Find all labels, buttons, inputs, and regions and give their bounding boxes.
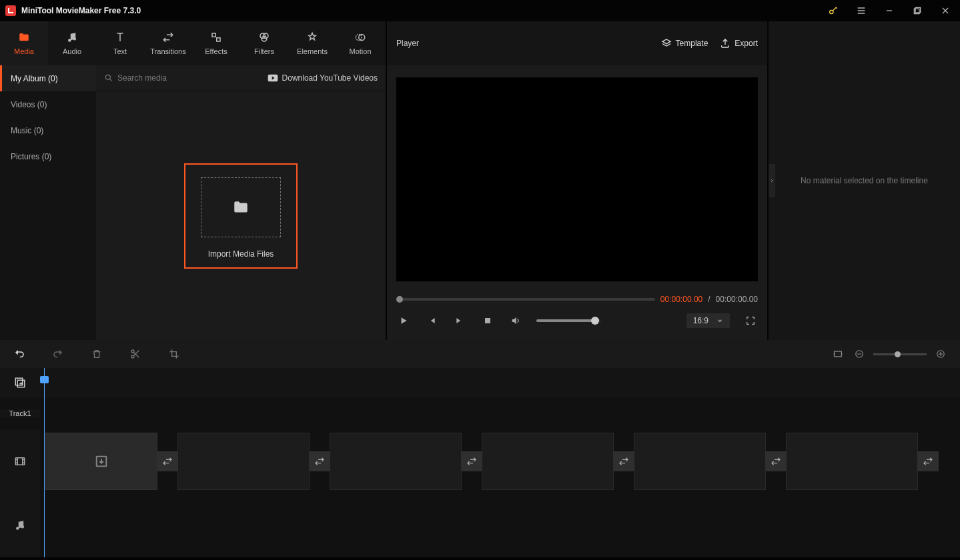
svg-rect-34	[15, 458, 25, 465]
zoom-thumb[interactable]	[895, 351, 901, 357]
zoom-slider[interactable]	[873, 353, 927, 355]
player-header: Player Template Export	[387, 21, 767, 65]
play-button[interactable]	[396, 313, 411, 328]
stop-button[interactable]	[480, 313, 495, 328]
maximize-button[interactable]	[908, 1, 927, 20]
ribbon-tab-motion[interactable]: Motion	[336, 21, 384, 65]
svg-point-42	[16, 527, 19, 530]
audio-track-icon[interactable]	[0, 493, 40, 557]
transitions-icon	[162, 31, 174, 43]
sidebar-item-music[interactable]: Music (0)	[0, 117, 96, 143]
crop-button[interactable]	[167, 347, 181, 361]
template-label: Template	[676, 39, 708, 48]
export-button[interactable]: Export	[720, 38, 758, 49]
svg-line-19	[109, 79, 111, 81]
transition-slot[interactable]	[613, 451, 634, 471]
sidebar-item-pictures[interactable]: Pictures (0)	[0, 143, 96, 169]
seek-thumb[interactable]	[396, 296, 403, 303]
aspect-ratio-select[interactable]: 16:9	[686, 313, 730, 328]
import-media-button[interactable]: Import Media Files	[184, 163, 298, 269]
video-track	[0, 429, 960, 493]
split-button[interactable]	[128, 347, 143, 361]
sidebar-item-my-album[interactable]: My Album (0)	[0, 65, 96, 91]
download-youtube-link[interactable]: Download YouTube Videos	[268, 73, 378, 83]
close-button[interactable]	[936, 1, 955, 20]
auto-fit-button[interactable]	[831, 347, 845, 361]
transition-slot[interactable]	[309, 451, 330, 471]
svg-rect-6	[914, 9, 919, 14]
timeline-slot[interactable]	[177, 433, 310, 490]
add-track-button[interactable]	[0, 368, 40, 397]
timeline-slot[interactable]	[330, 433, 462, 490]
volume-button[interactable]	[508, 313, 523, 328]
ribbon-tab-label: Audio	[63, 47, 81, 55]
player-title: Player	[396, 39, 419, 48]
transition-slot[interactable]	[157, 451, 178, 471]
svg-point-9	[68, 39, 71, 42]
ribbon-tab-filters[interactable]: Filters	[240, 21, 288, 65]
ribbon-tab-media[interactable]: Media	[0, 21, 48, 65]
time-total: 00:00:00.00	[716, 295, 758, 304]
ribbon-tab-audio[interactable]: Audio	[48, 21, 96, 65]
timeline-slot[interactable]	[786, 433, 918, 490]
download-clip-icon	[94, 454, 109, 469]
transition-slot[interactable]	[917, 451, 939, 471]
ribbon-tab-label: Elements	[297, 47, 328, 55]
svg-point-10	[73, 37, 77, 41]
app-logo-icon	[5, 5, 16, 16]
ribbon-tab-effects[interactable]: Effects	[192, 21, 240, 65]
fullscreen-button[interactable]	[743, 313, 758, 328]
aspect-ratio-value: 16:9	[693, 316, 708, 325]
import-media-label: Import Media Files	[208, 249, 274, 259]
timeline-slot[interactable]	[634, 433, 766, 490]
license-key-icon[interactable]	[824, 1, 843, 20]
youtube-icon	[268, 74, 278, 82]
track-label: Track1	[0, 409, 40, 417]
panel-collapse-handle[interactable]	[769, 164, 775, 197]
svg-point-0	[830, 10, 833, 13]
playhead[interactable]	[44, 368, 45, 557]
transition-slot[interactable]	[765, 451, 787, 471]
media-content: Import Media Files	[96, 91, 386, 340]
video-track-content[interactable]	[40, 429, 960, 493]
hamburger-menu-icon[interactable]	[852, 1, 871, 20]
video-preview[interactable]	[396, 77, 758, 281]
ribbon-tab-text[interactable]: Text	[96, 21, 144, 65]
prev-frame-button[interactable]	[424, 313, 439, 328]
title-left: MiniTool MovieMaker Free 7.3.0	[5, 5, 141, 16]
ribbon-tab-transitions[interactable]: Transitions	[144, 21, 192, 65]
ribbon-tab-label: Text	[113, 47, 127, 55]
delete-button[interactable]	[89, 347, 104, 361]
volume-thumb[interactable]	[591, 317, 599, 325]
zoom-out-button[interactable]	[852, 347, 867, 361]
ribbon-tab-label: Filters	[254, 47, 274, 55]
redo-button[interactable]	[51, 347, 65, 361]
seek-slider[interactable]	[396, 298, 655, 301]
svg-rect-5	[915, 7, 921, 13]
timeline-slot[interactable]	[482, 433, 614, 490]
next-frame-button[interactable]	[452, 313, 467, 328]
text-icon	[114, 31, 126, 43]
ribbon: Media Audio Text Transitions Effects Fil…	[0, 21, 386, 65]
track-label-row: Track1	[0, 397, 960, 429]
volume-slider[interactable]	[536, 319, 600, 322]
sidebar-item-videos[interactable]: Videos (0)	[0, 91, 96, 117]
import-drop-zone	[201, 177, 281, 237]
search-input[interactable]	[117, 73, 262, 83]
audio-track-content[interactable]	[40, 493, 960, 557]
transition-slot[interactable]	[461, 451, 482, 471]
undo-button[interactable]	[12, 347, 27, 361]
time-row: 00:00:00.00 / 00:00:00.00	[396, 295, 758, 304]
zoom-in-button[interactable]	[933, 347, 948, 361]
template-button[interactable]: Template	[661, 38, 708, 49]
svg-rect-24	[835, 351, 842, 357]
time-current: 00:00:00.00	[660, 295, 702, 304]
timeline-ruler[interactable]	[40, 368, 960, 397]
timeline-slot[interactable]	[45, 433, 157, 490]
app-title: MiniTool MovieMaker Free 7.3.0	[21, 6, 141, 15]
media-row: My Album (0) Videos (0) Music (0) Pictur…	[0, 65, 386, 340]
ribbon-tab-elements[interactable]: Elements	[288, 21, 336, 65]
minimize-button[interactable]	[880, 1, 899, 20]
video-track-icon[interactable]	[0, 429, 40, 493]
window-controls	[824, 1, 955, 20]
